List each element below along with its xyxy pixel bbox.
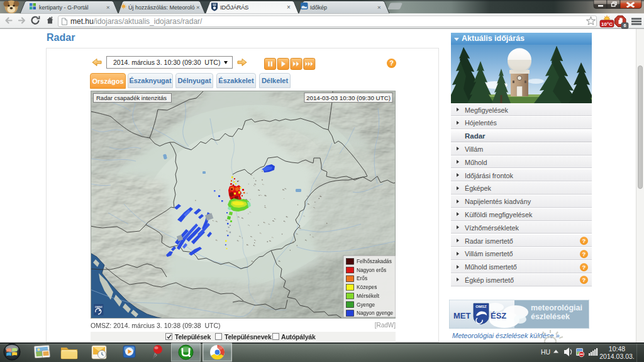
- svg-text:meteorológiai: meteorológiai: [531, 303, 582, 312]
- svg-text:OMSZ: OMSZ: [475, 305, 487, 308]
- svg-text:kertiparty - G-Portál: kertiparty - G-Portál: [39, 4, 89, 11]
- svg-text:2014-03-03 10:30 (09:30 UTC): 2014-03-03 10:30 (09:30 UTC): [306, 94, 391, 101]
- svg-text:HU: HU: [541, 348, 550, 356]
- svg-text:6: 6: [623, 23, 626, 28]
- svg-text:×: ×: [106, 4, 110, 11]
- svg-text:Gyenge: Gyenge: [357, 302, 375, 308]
- svg-text:Erős: Erős: [357, 275, 367, 281]
- svg-text:észlelések: észlelések: [531, 312, 570, 321]
- svg-text:10:48: 10:48: [609, 345, 625, 353]
- svg-text:ÉSZ: ÉSZ: [491, 311, 506, 320]
- svg-text:Radar csapadék intenzitás: Radar csapadék intenzitás: [96, 94, 167, 101]
- svg-text:Nagyon erős: Nagyon erős: [357, 267, 386, 273]
- svg-text:MET: MET: [453, 311, 471, 320]
- svg-text:×: ×: [377, 4, 381, 11]
- svg-text:IDŐJÁRÁS: IDŐJÁRÁS: [220, 4, 248, 11]
- svg-text:Új hozzászólás: Meteoroló: Új hozzászólás: Meteoroló: [128, 4, 195, 11]
- svg-text:OMSZ: OMSZ: [95, 305, 103, 308]
- svg-text:Időkép: Időkép: [310, 4, 327, 11]
- svg-text:2014.03.03.: 2014.03.03.: [599, 353, 634, 360]
- svg-text:×: ×: [287, 4, 291, 11]
- svg-text:met.hu/idojaras/aktualis_idoja: met.hu/idojaras/aktualis_idojaras/radar/: [70, 17, 203, 26]
- svg-text:×: ×: [196, 4, 200, 11]
- svg-text:Nagyon gyenge: Nagyon gyenge: [357, 310, 394, 316]
- svg-text:Mérsékelt: Mérsékelt: [357, 293, 380, 299]
- svg-text:10°C: 10°C: [601, 21, 613, 27]
- svg-text:Felhőszakadás: Felhőszakadás: [357, 258, 392, 264]
- svg-text:Közepes: Közepes: [357, 284, 377, 290]
